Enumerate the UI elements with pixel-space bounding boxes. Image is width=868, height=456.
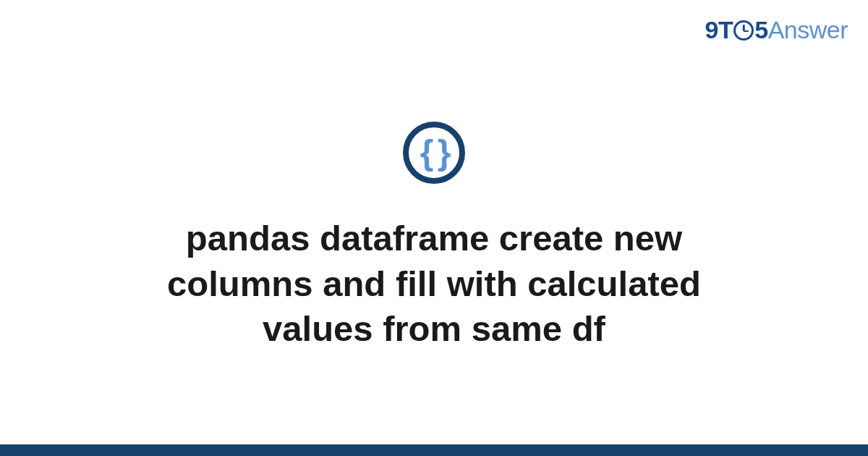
main-content: { } pandas dataframe create new columns …: [0, 0, 868, 444]
category-icon-circle: { }: [403, 122, 465, 184]
question-title: pandas dataframe create new columns and …: [109, 216, 760, 352]
code-braces-icon: { }: [420, 135, 448, 170]
footer-bar: [0, 444, 868, 456]
